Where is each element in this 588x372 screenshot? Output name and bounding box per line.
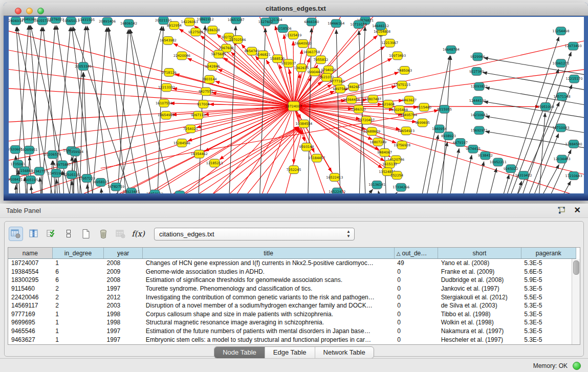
table-scrollbar[interactable] [572, 259, 580, 344]
graph-node-label: 16648784 [443, 48, 460, 52]
citation-edge-black[interactable] [108, 28, 144, 193]
table-row[interactable]: 1938455462009Genome-wide association stu… [8, 268, 576, 276]
citation-edge-black[interactable] [50, 161, 52, 193]
column-header-in_degree[interactable]: in_degree [52, 248, 103, 259]
citation-edge-black[interactable] [72, 27, 95, 193]
citation-edge-black[interactable] [423, 135, 439, 193]
table-row[interactable]: 911546021997Tourette syndrome. Phenomeno… [8, 285, 576, 293]
create-column-icon[interactable] [79, 227, 93, 240]
graph-node-label: 12213967 [381, 41, 398, 45]
graph-node-label: 15692971 [471, 128, 488, 133]
dropdown-value: citations_edges.txt [159, 230, 214, 238]
column-header-pagerank[interactable]: pagerank [521, 248, 576, 259]
memory-ok-indicator [573, 362, 581, 370]
graph-node-label: 5905195 [23, 178, 38, 182]
column-header-title[interactable]: title [143, 248, 395, 259]
citation-edge-black[interactable] [111, 26, 162, 193]
graph-node-label: 14226063 [181, 20, 198, 24]
graph-node-label: 20364436 [343, 98, 360, 102]
graph-node-label: 16210643 [471, 113, 488, 117]
column-header-out_de[interactable]: △out_de… [394, 248, 438, 259]
citation-edge-red[interactable] [293, 41, 294, 106]
citation-edge-black[interactable] [198, 26, 205, 193]
citation-edge-red[interactable] [279, 129, 302, 193]
table-scrollbar-thumb[interactable] [573, 260, 579, 275]
citation-network-graph[interactable]: 1872400719384554891295414226063912750881… [9, 17, 584, 193]
citation-edge-black[interactable] [157, 27, 163, 193]
tab-edge-table[interactable]: Edge Table [265, 347, 315, 358]
graph-node-label: 2406914 [9, 19, 23, 23]
graph-node-label: 16354462 [191, 152, 208, 156]
citation-edge-red[interactable] [192, 128, 299, 193]
tab-node-table[interactable]: Node Table [214, 347, 265, 358]
citation-edge-black[interactable] [484, 102, 584, 121]
citation-edge-black[interactable] [31, 186, 33, 193]
table-select-dropdown[interactable]: citations_edges.txt ▲▼ [154, 228, 355, 240]
table-row[interactable]: 977716911998Corpus callosum shape and si… [8, 310, 576, 319]
graph-node-label: 746266 [347, 85, 360, 89]
network-window: citations_edges.txt 18724007193845548912… [4, 3, 588, 201]
citation-edge-red[interactable] [294, 106, 382, 168]
select-rows-icon[interactable] [45, 227, 58, 240]
table-row[interactable]: 969969511998Structural magnetic resonanc… [8, 318, 576, 327]
table-row[interactable]: 1872400712008Changes of HCN gene express… [8, 259, 576, 268]
table-row[interactable]: 946554611997Estimation of the future num… [8, 327, 576, 336]
close-panel-icon[interactable]: ✕ [574, 205, 581, 215]
graph-node-label: 9242845 [205, 64, 220, 69]
graph-node-label: 9322037 [281, 61, 296, 65]
column-header-year[interactable]: year [104, 248, 143, 259]
graph-node-label: 17359924 [67, 150, 83, 154]
function-builder-icon[interactable]: f(x) [132, 227, 145, 240]
window-title: citations_edges.txt [4, 5, 588, 12]
graph-node-label: 19654923 [398, 129, 415, 133]
citation-edge-black[interactable] [101, 188, 104, 193]
table-settings-icon[interactable] [9, 227, 23, 241]
table-row[interactable]: 946362711997Embryonic stem cells: a mode… [8, 335, 576, 344]
citation-edge-red[interactable] [175, 74, 294, 106]
citation-edge-black[interactable] [496, 174, 509, 193]
citation-edge-black[interactable] [445, 148, 459, 193]
graph-node-label: 19136141 [368, 183, 385, 187]
graph-node-label: 15276022 [47, 17, 64, 21]
graph-node-label: 917004 [197, 102, 210, 106]
graph-node-label: 12444130 [469, 99, 486, 103]
delete-column-icon[interactable] [97, 227, 110, 240]
citation-edge-red[interactable] [173, 43, 294, 106]
graph-node-label: 1527602 [258, 20, 273, 24]
graph-node-label: 10973493 [389, 54, 406, 58]
table-row[interactable]: 1830029562008Estimation of significance … [8, 276, 576, 285]
column-header-name[interactable]: name [8, 248, 52, 259]
citation-edge-red[interactable] [205, 106, 294, 151]
graph-node-label: 14571148 [554, 95, 571, 99]
graph-node-label: 6679197 [453, 141, 468, 145]
citation-edge-red[interactable] [294, 106, 336, 193]
graph-node-label: 18495794 [400, 113, 417, 117]
citation-edge-black[interactable] [108, 28, 129, 193]
show-column-icon[interactable] [27, 227, 40, 240]
graph-node-label: 15284546 [173, 141, 190, 145]
citation-edge-black[interactable] [484, 168, 496, 193]
tab-network-table[interactable]: Network Table [315, 347, 374, 358]
citation-edge-black[interactable] [433, 142, 448, 193]
citation-edge-black[interactable] [458, 155, 471, 193]
column-header-short[interactable]: short [438, 248, 521, 259]
graph-node-label: 10975887 [54, 163, 71, 167]
table-row[interactable]: 1456911722003Disruption of a novel membe… [8, 301, 576, 310]
graph-node-label: 8186328 [205, 28, 220, 32]
network-canvas[interactable]: 1872400719384554891295414226063912750881… [9, 17, 584, 193]
table-tabs: Node Table Edge Table Network Table [5, 346, 583, 359]
citation-edge-red[interactable] [9, 87, 294, 106]
graph-node-label: 19565013 [62, 19, 79, 23]
row-height-icon[interactable] [62, 227, 75, 240]
citation-edge-black[interactable] [116, 30, 128, 193]
citation-edge-black[interactable] [87, 26, 113, 193]
window-titlebar[interactable]: citations_edges.txt [4, 3, 588, 16]
float-window-icon[interactable] [557, 206, 565, 214]
citation-edge-black[interactable] [550, 181, 571, 193]
graph-node-label: 9794028 [321, 68, 336, 72]
graph-node-label: 10688609 [363, 129, 380, 134]
graph-node-label: 17975115 [394, 83, 410, 87]
table-row[interactable]: 2242004622012Investigating the contribut… [8, 293, 576, 301]
citation-edge-black[interactable] [471, 162, 484, 193]
citation-edge-black[interactable] [484, 58, 584, 77]
